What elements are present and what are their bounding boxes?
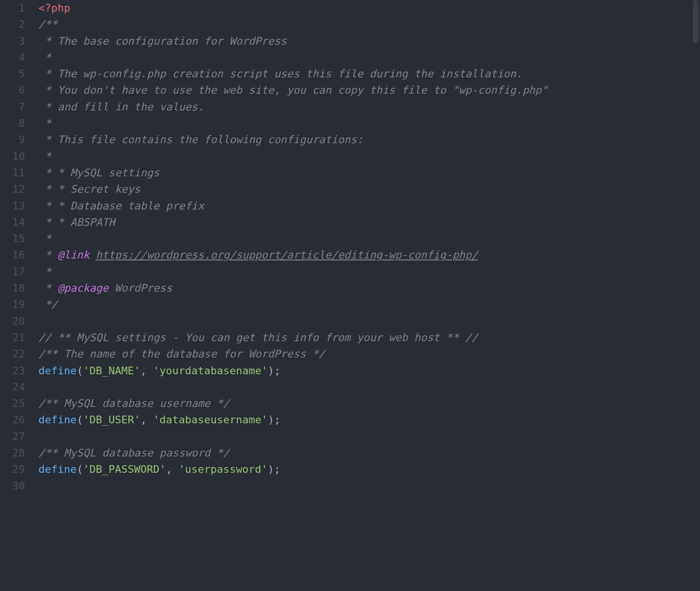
line-number: 7	[0, 99, 25, 115]
line-number: 12	[0, 181, 25, 197]
code-line[interactable]: *	[38, 264, 700, 280]
doc-link-url[interactable]: https://wordpress.org/support/article/ed…	[96, 249, 478, 261]
line-number: 22	[0, 346, 25, 362]
line-number: 15	[0, 231, 25, 247]
doc-tag-package: @package	[58, 282, 109, 294]
line-number: 18	[0, 280, 25, 296]
line-number: 24	[0, 379, 25, 395]
code-line[interactable]: * @link https://wordpress.org/support/ar…	[38, 247, 700, 263]
paren-close: )	[268, 414, 274, 426]
comment-text: * * ABSPATH	[38, 216, 115, 228]
doc-tag-link: @link	[58, 249, 89, 261]
comment-text: /** The name of the database for WordPre…	[38, 348, 325, 360]
string-db-password-key: 'DB_PASSWORD'	[83, 463, 166, 475]
string-db-password-value: 'userpassword'	[178, 463, 267, 475]
line-number: 14	[0, 214, 25, 231]
line-number: 26	[0, 412, 25, 428]
line-number: 6	[0, 82, 25, 98]
comment-text: * The base configuration for WordPress	[38, 35, 287, 47]
line-number: 23	[0, 363, 25, 379]
comment-text: /**	[38, 18, 58, 30]
paren-close: )	[268, 463, 274, 475]
code-line[interactable]: *	[38, 115, 700, 132]
line-number: 9	[0, 132, 25, 148]
string-db-user-key: 'DB_USER'	[83, 414, 140, 426]
line-number: 5	[0, 66, 25, 82]
paren-open: (	[76, 414, 83, 426]
line-number: 8	[0, 115, 25, 132]
line-number: 1	[0, 0, 25, 16]
code-line[interactable]: * The base configuration for WordPress	[38, 33, 700, 49]
comment-text: *	[38, 266, 51, 278]
line-number: 13	[0, 198, 25, 214]
line-number: 27	[0, 429, 25, 445]
code-line[interactable]: /** MySQL database username */	[38, 395, 700, 412]
comment-text: * This file contains the following confi…	[38, 134, 363, 146]
code-line[interactable]: /** The name of the database for WordPre…	[38, 346, 700, 362]
comment-text: * * Secret keys	[38, 183, 140, 195]
comma: ,	[166, 463, 179, 475]
line-number: 19	[0, 296, 25, 313]
doc-package-name: WordPress	[115, 282, 172, 294]
code-line[interactable]: /**	[38, 16, 700, 33]
comment-text: * The wp-config.php creation script uses…	[38, 68, 523, 80]
code-line[interactable]: *	[38, 148, 700, 165]
code-line[interactable]: * @package WordPress	[38, 280, 700, 296]
string-db-name-key: 'DB_NAME'	[83, 365, 140, 377]
comment-text: // ** MySQL settings - You can get this …	[38, 332, 478, 344]
code-line[interactable]: * * MySQL settings	[38, 165, 700, 181]
line-number: 20	[0, 313, 25, 330]
code-line[interactable]: * This file contains the following confi…	[38, 132, 700, 148]
code-line[interactable]: define('DB_PASSWORD', 'userpassword');	[38, 461, 700, 478]
line-number: 3	[0, 33, 25, 49]
comment-text: *	[38, 117, 51, 129]
comment-text: /** MySQL database password */	[38, 447, 229, 459]
php-open-tag: <?php	[38, 2, 70, 14]
semicolon: ;	[274, 414, 280, 426]
define-keyword: define	[38, 414, 76, 426]
paren-open: (	[76, 365, 83, 377]
comment-text: /** MySQL database username */	[38, 397, 229, 409]
code-line[interactable]: /** MySQL database password */	[38, 445, 700, 461]
code-line[interactable]: <?php	[38, 0, 700, 16]
comment-text: *	[38, 233, 51, 245]
line-number: 25	[0, 395, 25, 412]
paren-close: )	[268, 365, 274, 377]
code-line[interactable]: */	[38, 296, 700, 313]
line-number: 11	[0, 165, 25, 181]
comment-prefix: *	[38, 249, 58, 261]
code-line[interactable]	[38, 429, 700, 445]
code-line[interactable]: * * Secret keys	[38, 181, 700, 197]
code-editor[interactable]: 1 2 3 4 5 6 7 8 9 10 11 12 13 14 15 16 1…	[0, 0, 700, 591]
code-line[interactable]: define('DB_NAME', 'yourdatabasename');	[38, 363, 700, 379]
comment-text: * and fill in the values.	[38, 101, 204, 113]
string-db-user-value: 'databaseusername'	[153, 414, 267, 426]
code-area[interactable]: <?php /** * The base configuration for W…	[34, 0, 700, 591]
semicolon: ;	[274, 463, 280, 475]
comment-text: *	[38, 51, 51, 63]
code-line[interactable]: * The wp-config.php creation script uses…	[38, 66, 700, 82]
line-number: 10	[0, 148, 25, 165]
code-line[interactable]: // ** MySQL settings - You can get this …	[38, 330, 700, 346]
define-keyword: define	[38, 365, 76, 377]
comment-text: * * Database table prefix	[38, 200, 204, 212]
code-line[interactable]: * You don't have to use the web site, yo…	[38, 82, 700, 98]
comment-text: * You don't have to use the web site, yo…	[38, 84, 548, 96]
comment-text: * * MySQL settings	[38, 167, 160, 179]
line-number: 17	[0, 264, 25, 280]
code-line[interactable]	[38, 379, 700, 395]
code-line[interactable]: * and fill in the values.	[38, 99, 700, 115]
line-number: 28	[0, 445, 25, 461]
code-line[interactable]: *	[38, 49, 700, 66]
code-line[interactable]: * * Database table prefix	[38, 198, 700, 214]
paren-open: (	[76, 463, 83, 475]
code-line[interactable]: define('DB_USER', 'databaseusername');	[38, 412, 700, 428]
code-line[interactable]	[38, 313, 700, 330]
code-line[interactable]: * * ABSPATH	[38, 214, 700, 231]
line-number-gutter: 1 2 3 4 5 6 7 8 9 10 11 12 13 14 15 16 1…	[0, 0, 34, 591]
line-number: 2	[0, 16, 25, 33]
vertical-scrollbar[interactable]	[693, 0, 699, 43]
comment-text: *	[38, 150, 51, 162]
string-db-name-value: 'yourdatabasename'	[153, 365, 267, 377]
code-line[interactable]: *	[38, 231, 700, 247]
